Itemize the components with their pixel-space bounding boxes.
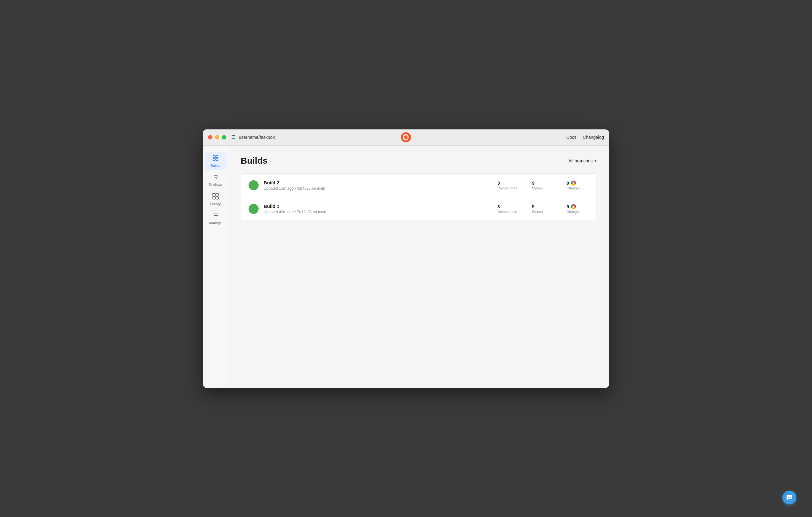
build-meta: Updated 15m ago • 42f4025 on main: [264, 186, 497, 191]
page-title: Builds: [241, 156, 268, 166]
components-label: Components: [497, 186, 517, 190]
svg-rect-4: [213, 158, 215, 160]
svg-point-0: [401, 132, 411, 142]
changes-stat: 0 Changes: [567, 181, 588, 190]
build-info: Build 2 Updated 15m ago • 42f4025 on mai…: [264, 180, 497, 191]
svg-rect-8: [213, 196, 215, 199]
build-info: Build 1 Updated 43m ago • 7d12e83 on mai…: [264, 204, 497, 214]
changes-label: Changes: [567, 210, 580, 214]
chrome-icon: [571, 204, 576, 209]
build-status-dot: [249, 180, 259, 190]
svg-rect-9: [216, 196, 219, 199]
svg-point-1: [407, 136, 409, 139]
page-content: Builds All branches ▾ Build 2 Updated 15…: [228, 146, 609, 388]
svg-rect-5: [216, 158, 218, 160]
main-area: Builds Reviews: [203, 146, 609, 388]
titlebar: ☰ username/taskbox Docs Changelog: [203, 129, 609, 146]
branch-selector-label: All branches: [569, 158, 593, 163]
sidebar: Builds Reviews: [203, 146, 228, 388]
chromatic-logo: [401, 132, 411, 142]
reviews-icon: [212, 174, 219, 182]
manage-label: Manage: [209, 221, 222, 225]
svg-point-15: [790, 497, 791, 497]
changes-count: 9: [567, 204, 576, 209]
sidebar-item-reviews[interactable]: Reviews: [205, 171, 227, 189]
build-stats: 3 Components 9 Stories 0 Chan: [497, 181, 588, 190]
build-meta: Updated 43m ago • 7d12e83 on main: [264, 210, 497, 214]
titlebar-nav: ☰ username/taskbox: [231, 135, 274, 140]
changes-label: Changes: [567, 186, 580, 190]
stories-label: Stories: [532, 186, 543, 190]
svg-rect-3: [216, 155, 218, 158]
svg-rect-2: [213, 155, 215, 158]
branch-selector[interactable]: All branches ▾: [569, 158, 597, 163]
stories-stat: 9 Stories: [532, 181, 554, 190]
docs-link[interactable]: Docs: [566, 135, 576, 140]
svg-rect-7: [216, 193, 219, 196]
chat-button[interactable]: [782, 491, 796, 505]
stories-count: 9: [532, 204, 534, 209]
builds-icon: [212, 155, 219, 162]
build-name: Build 2: [264, 180, 497, 185]
stories-label: Stories: [532, 210, 543, 214]
minimize-button[interactable]: [215, 135, 219, 140]
build-item[interactable]: Build 2 Updated 15m ago • 42f4025 on mai…: [241, 174, 596, 197]
manage-icon: [212, 212, 219, 220]
components-stat: 3 Components: [497, 204, 519, 214]
chrome-icon: [571, 181, 576, 186]
repo-name: username/taskbox: [239, 135, 274, 140]
changes-stat: 9 Changes: [567, 204, 588, 214]
components-stat: 3 Components: [497, 181, 519, 190]
builds-list: Build 2 Updated 15m ago • 42f4025 on mai…: [241, 173, 597, 221]
sidebar-item-builds[interactable]: Builds: [205, 152, 227, 170]
svg-rect-6: [213, 193, 215, 196]
hamburger-icon[interactable]: ☰: [231, 135, 236, 140]
build-name: Build 1: [264, 204, 497, 209]
chevron-down-icon: ▾: [594, 159, 597, 163]
changes-count: 0: [567, 181, 576, 186]
components-count: 3: [497, 204, 500, 209]
build-status-dot: [249, 204, 259, 214]
builds-label: Builds: [211, 164, 220, 168]
sidebar-item-library[interactable]: Library: [205, 190, 227, 208]
stories-stat: 9 Stories: [532, 204, 554, 214]
components-label: Components: [497, 210, 517, 214]
svg-point-14: [789, 497, 790, 497]
maximize-button[interactable]: [222, 135, 226, 140]
components-count: 3: [497, 181, 500, 186]
svg-point-13: [788, 497, 789, 497]
library-icon: [212, 193, 219, 201]
window-controls: [208, 135, 226, 140]
app-window: ☰ username/taskbox Docs Changelog: [203, 129, 609, 388]
close-button[interactable]: [208, 135, 212, 140]
titlebar-right: Docs Changelog: [566, 135, 604, 140]
chat-icon: [786, 494, 792, 501]
build-stats: 3 Components 9 Stories 9 Chan: [497, 204, 588, 214]
stories-count: 9: [532, 181, 534, 186]
changelog-link[interactable]: Changelog: [583, 135, 604, 140]
reviews-label: Reviews: [209, 183, 222, 187]
library-label: Library: [210, 202, 221, 206]
build-item[interactable]: Build 1 Updated 43m ago • 7d12e83 on mai…: [241, 197, 596, 220]
page-header: Builds All branches ▾: [241, 156, 597, 166]
sidebar-item-manage[interactable]: Manage: [205, 210, 227, 227]
